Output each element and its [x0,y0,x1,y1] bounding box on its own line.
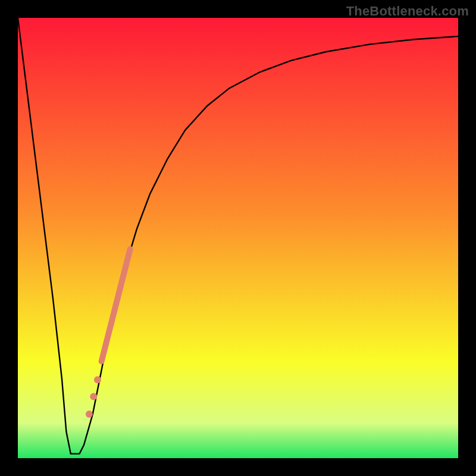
chart-svg [18,18,458,458]
highlight-dot [90,393,97,400]
chart-frame: TheBottleneck.com [0,0,476,476]
highlight-dot [86,411,93,418]
highlight-dot [94,376,101,383]
watermark-text: TheBottleneck.com [346,4,469,19]
plot-area [18,18,458,458]
